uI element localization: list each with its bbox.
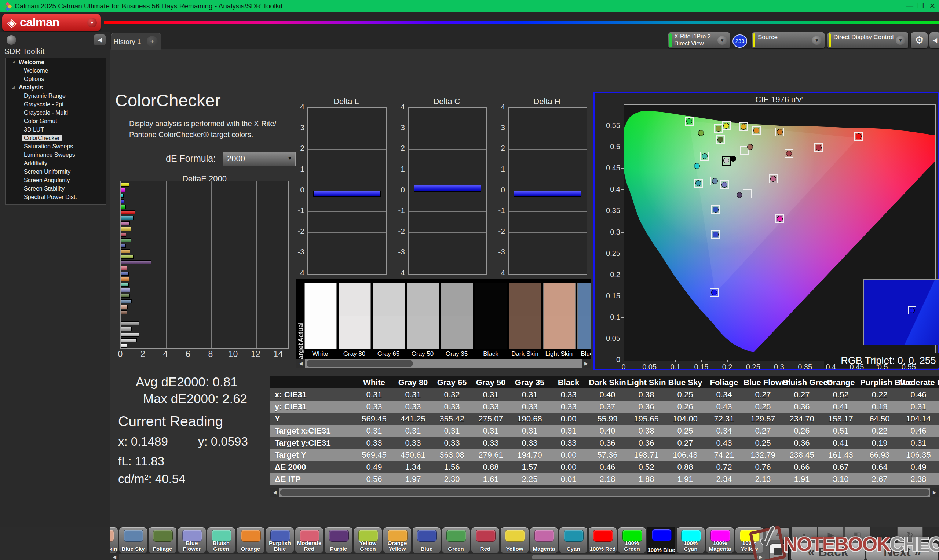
patch-button-magenta[interactable]: Magenta: [530, 528, 558, 553]
patch-button-100-magenta[interactable]: 100% Magenta: [706, 528, 734, 553]
delta-y-tick-label: -3: [392, 248, 405, 256]
sidebar-item-grayscale-multi[interactable]: Grayscale - Multi: [6, 109, 106, 117]
scroll-left-icon[interactable]: ◀: [296, 359, 305, 368]
patch-button-orange-yellow[interactable]: Orange Yellow: [383, 528, 411, 553]
delta-y-tick-label: -2: [392, 227, 405, 235]
delta-gridline: [509, 170, 586, 171]
scroll-right-icon[interactable]: ▶: [930, 488, 939, 497]
scroll-left-icon[interactable]: ◀: [270, 488, 279, 497]
sidebar-item-spectral-power-dist-[interactable]: Spectral Power Dist.: [6, 193, 106, 202]
toolbar-icon-button-3[interactable]: ∞: [871, 527, 896, 543]
patch-button-blue-flower[interactable]: Blue Flower: [178, 528, 206, 553]
patch-button-foliage[interactable]: Foliage: [148, 528, 176, 553]
swatch-strip-scrollbar[interactable]: ◀ ▶: [296, 359, 591, 368]
cie-measured-dot: [856, 134, 862, 139]
table-cell: 0.36: [627, 402, 666, 412]
close-button[interactable]: ✕: [925, 2, 939, 10]
sidebar-item-grayscale-2pt[interactable]: Grayscale - 2pt: [6, 100, 106, 109]
table-cell: 104.14: [899, 414, 938, 424]
table-scrollbar[interactable]: ◀ ▶: [270, 488, 939, 497]
cie-1976-panel[interactable]: CIE 1976 u'v': [594, 92, 939, 370]
meter-count-badge: 233: [732, 34, 747, 48]
calman-menu-button[interactable]: ◈ calman ▼: [2, 14, 100, 31]
patch-color-chip: [534, 529, 554, 542]
cie-x-tick-mark: [649, 360, 650, 363]
patch-button-100-cyan[interactable]: 100% Cyan: [677, 528, 705, 553]
patch-button-orange[interactable]: Orange: [237, 528, 264, 553]
patch-button-cyan[interactable]: Cyan: [560, 528, 587, 553]
toolbar-icon-button-4[interactable]: ↻: [897, 527, 923, 543]
patch-button-moderate-red[interactable]: Moderate Red: [295, 528, 323, 553]
meter-status-bar: [669, 33, 672, 47]
sidebar-item-welcome[interactable]: Welcome: [6, 67, 106, 75]
deltae-bar-green: [121, 238, 131, 242]
patch-button-100-red[interactable]: 100% Red: [589, 528, 617, 553]
scroll-left-icon[interactable]: ◀: [110, 554, 119, 560]
table-row: ΔE 20000.491.341.560.881.570.000.460.520…: [270, 461, 939, 473]
sidebar-item-screen-angularity[interactable]: Screen Angularity: [6, 176, 106, 185]
scrollbar-thumb[interactable]: [532, 555, 758, 559]
patch-button-label: 100% Blue: [648, 547, 675, 553]
add-tab-button[interactable]: +: [143, 33, 161, 50]
toolbar-icon-button-0[interactable]: ▪: [791, 527, 817, 543]
sidebar-knob[interactable]: [6, 35, 16, 45]
patch-button-bluish-green[interactable]: Bluish Green: [207, 528, 235, 553]
table-cell: 0.31: [510, 390, 549, 400]
tab-history-1[interactable]: History 1: [111, 33, 144, 50]
source-label: Source: [758, 34, 778, 41]
sidebar-item-saturation-sweeps[interactable]: Saturation Sweeps: [6, 143, 106, 151]
inset-measured-dot: [910, 308, 915, 313]
sidebar-item-label: 3D LUT: [24, 126, 44, 133]
patch-strip-scrollbar[interactable]: ◀ ▶: [110, 554, 765, 560]
patch-button-100-yellow[interactable]: 100% Yellow: [735, 528, 763, 553]
sidebar-item-luminance-sweeps[interactable]: Luminance Sweeps: [6, 151, 106, 159]
tree-expander-icon[interactable]: ◢: [12, 85, 15, 89]
scroll-right-icon[interactable]: ▶: [582, 359, 591, 368]
settings-button[interactable]: ⚙: [911, 32, 928, 48]
next-button[interactable]: Next »: [867, 543, 938, 560]
scrollbar-thumb[interactable]: [307, 360, 413, 367]
cie-x-tick-mark: [831, 360, 831, 363]
patch-button-green[interactable]: Green: [442, 528, 470, 553]
patch-button-100-blue[interactable]: 100% Blue: [648, 527, 675, 554]
tree-expander-icon[interactable]: ◢: [12, 60, 15, 64]
sidebar-item-additivity[interactable]: Additivity: [6, 159, 106, 168]
sidebar-group-welcome[interactable]: ◢Welcome: [6, 58, 106, 67]
table-header-moderate-red: Moderate Red: [899, 378, 938, 388]
sidebar-item-options[interactable]: Options: [6, 75, 106, 83]
table-cell: 0.41: [821, 402, 860, 412]
patch-button-light-skin[interactable]: Light Skin: [110, 528, 118, 553]
back-button[interactable]: « Back: [791, 543, 865, 560]
patch-button-blue[interactable]: Blue: [413, 528, 441, 553]
sidebar-item-dynamic-range[interactable]: Dynamic Range: [6, 92, 106, 100]
deltae-bar-blue-flower: [121, 288, 130, 292]
patch-button-purplish-blue[interactable]: Purplish Blue: [266, 528, 294, 553]
patch-list-up-button[interactable]: ▲: [766, 528, 789, 540]
source-selector[interactable]: Source ▼: [752, 32, 825, 48]
patch-button-yellow-green[interactable]: Yellow Green: [354, 528, 382, 553]
swatch-actual: [578, 283, 591, 316]
cie-y-tick-mark: [621, 275, 624, 275]
patch-window-button[interactable]: [769, 543, 789, 560]
toolbar-icon-button-1[interactable]: ▶: [818, 527, 843, 543]
sidebar-item-colorchecker[interactable]: ColorChecker: [6, 134, 106, 143]
toolbar-icon-button-2[interactable]: ▥: [844, 527, 870, 543]
de-formula-select[interactable]: 2000 ▼: [223, 152, 296, 166]
scrollbar-thumb[interactable]: [280, 489, 930, 496]
patch-button-yellow[interactable]: Yellow: [501, 528, 529, 553]
patch-button-red[interactable]: Red: [471, 528, 499, 553]
sidebar-item-3d-lut[interactable]: 3D LUT: [6, 126, 106, 134]
sidebar-item-color-gamut[interactable]: Color Gamut: [6, 117, 106, 126]
meter-selector[interactable]: X-Rite i1Pro 2 Direct View ▼: [668, 32, 730, 48]
patch-button-purple[interactable]: Purple: [325, 528, 353, 553]
collapse-panel-button[interactable]: ◀: [930, 32, 939, 48]
sidebar-collapse-button[interactable]: ◀: [94, 34, 106, 45]
sidebar-group-analysis[interactable]: ◢Analysis: [6, 83, 106, 92]
sidebar-item-screen-stability[interactable]: Screen Stability: [6, 185, 106, 193]
display-control-selector[interactable]: Direct Display Control ▼: [828, 32, 908, 48]
patch-button-label: Green: [442, 546, 470, 552]
sidebar-item-screen-uniformity[interactable]: Screen Uniformity: [6, 168, 106, 176]
patch-button-100-green[interactable]: 100% Green: [618, 528, 646, 553]
table-cell: 0.66: [782, 463, 821, 472]
patch-button-blue-sky[interactable]: Blue Sky: [119, 528, 147, 553]
